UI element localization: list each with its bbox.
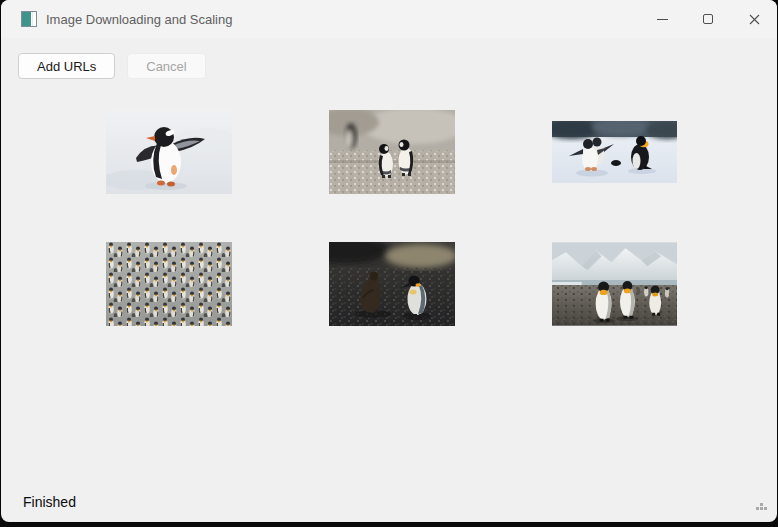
thumbnail-african-penguins-on-rocks (329, 110, 455, 194)
close-icon (749, 14, 760, 25)
grip-dot (756, 507, 759, 510)
thumbnail-chinstrap-penguins-on-snow (552, 110, 677, 194)
thumbnail-king-penguins-on-beach (552, 242, 677, 326)
minimize-icon (657, 19, 668, 20)
toolbar: Add URLs Cancel (1, 38, 777, 79)
maximize-icon (703, 14, 713, 24)
title-bar[interactable]: Image Downloading and Scaling (1, 0, 777, 38)
grip-dot (760, 503, 763, 506)
window-controls (639, 0, 777, 38)
grip-dot (756, 503, 759, 506)
grip-dot (764, 507, 767, 510)
resize-grip[interactable] (756, 503, 770, 513)
thumbnail-king-penguin-and-seal-pup (329, 242, 455, 326)
minimize-button[interactable] (639, 0, 685, 38)
image-gallery (106, 110, 677, 326)
grip-dot (764, 503, 767, 506)
thumbnail-gentoo-penguin-on-snow (106, 110, 232, 194)
window-title: Image Downloading and Scaling (46, 12, 232, 27)
app-window: Image Downloading and Scaling Add URLs C… (1, 0, 777, 522)
image-app-icon (21, 11, 37, 27)
maximize-button[interactable] (685, 0, 731, 38)
grip-dot (760, 507, 763, 510)
close-button[interactable] (731, 0, 777, 38)
thumbnail-king-penguin-colony (106, 242, 232, 326)
cancel-button[interactable]: Cancel (127, 53, 205, 79)
add-urls-button[interactable]: Add URLs (18, 53, 115, 79)
status-text: Finished (23, 494, 76, 510)
